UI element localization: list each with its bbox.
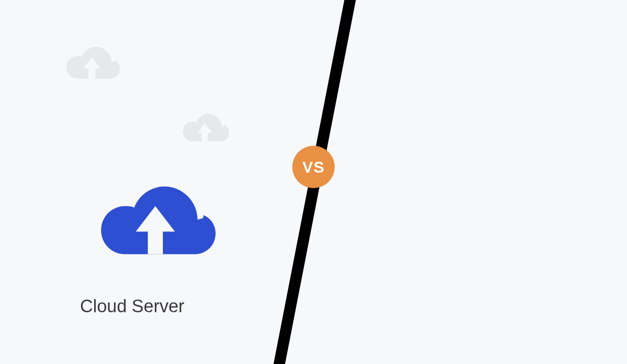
vs-label: VS bbox=[302, 158, 324, 176]
cloud-upload-icon bbox=[174, 106, 235, 150]
cloud-upload-icon bbox=[56, 38, 127, 89]
cloud-server-panel: Cloud Server bbox=[0, 0, 314, 364]
vs-badge: VS bbox=[292, 146, 335, 188]
cloud-upload-icon bbox=[80, 167, 231, 274]
cloud-server-label: Cloud Server bbox=[80, 296, 185, 317]
local-server-panel: Local Server bbox=[314, 0, 627, 364]
